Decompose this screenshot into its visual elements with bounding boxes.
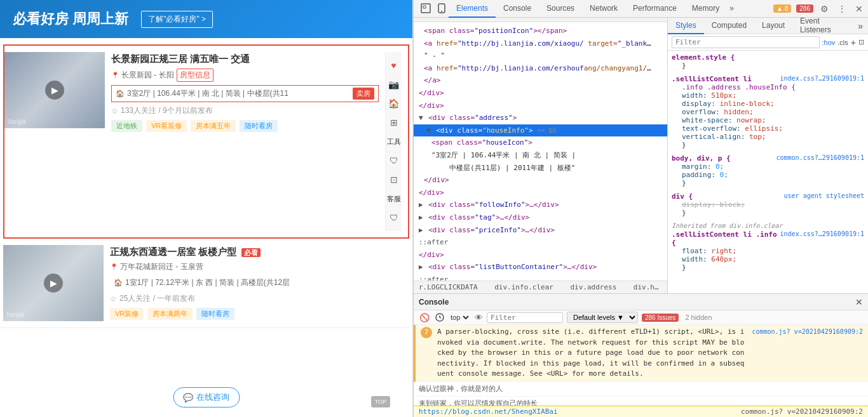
close-devtools-icon[interactable]: ✕ — [853, 4, 865, 14]
house-list: lianjia ▶ 长景新园正规三居 满五唯一 交通 📍 长景新园 - 长阳 房… — [0, 38, 412, 334]
tree-line[interactable]: <a href="http://bj.lianjia.com/xiaogu/ t… — [414, 37, 655, 50]
console-bottom-source[interactable]: common.js? v=20210429160909:2 — [741, 407, 863, 416]
style-prop-display: display: inline-block; — [682, 100, 864, 108]
style-source-2[interactable]: common.css?…291609019:1 — [776, 154, 864, 161]
tag-2year[interactable]: 房本满两年 — [147, 308, 193, 320]
home-icon: 🏠 — [116, 89, 125, 98]
tree-line[interactable]: </div> — [414, 187, 667, 199]
tree-line[interactable]: ▶ <div class="priceInfo">…</div> — [414, 224, 667, 237]
tab-more[interactable]: » — [727, 0, 736, 18]
play-button2[interactable]: ▶ — [44, 274, 63, 293]
console-output[interactable]: 7 A parser-blocking, cross site (i.e. di… — [414, 325, 868, 406]
watermark: lianjia — [8, 117, 25, 125]
console-clear-button[interactable]: 🚫 — [417, 312, 431, 323]
console-msg-source[interactable]: common.js? v=20210429160909:2 — [752, 327, 863, 380]
console-hidden-text: 2 hidden — [685, 314, 712, 321]
house-item-2[interactable]: lianjia ▶ 正规东西通透一居室 板楼户型 必看 📍 万年花城新回迁 - … — [0, 239, 412, 328]
tag-vr[interactable]: VR看装修 — [146, 120, 187, 132]
styles-content: element.style { } index.css?…291609019:1… — [668, 51, 868, 293]
tree-line[interactable]: ▶ <div class="listButtonContainer">…</di… — [414, 261, 667, 274]
tab-styles[interactable]: Styles — [668, 18, 704, 34]
expand-icon[interactable]: ⊡ — [387, 173, 401, 187]
breadcrumb-item[interactable]: div.info.clear — [494, 283, 553, 291]
tree-line[interactable]: " - " — [414, 50, 667, 62]
console-context-select[interactable]: top — [448, 313, 471, 322]
styles-add-button[interactable]: + — [851, 37, 856, 48]
console-eye-icon[interactable]: 👁 — [475, 313, 483, 322]
tag-subway[interactable]: 近地铁 — [111, 120, 142, 132]
favorite-icon[interactable]: ♥ — [387, 58, 401, 72]
tab-elements[interactable]: Elements — [449, 0, 496, 18]
tree-line[interactable]: </div> — [414, 87, 667, 100]
tree-line[interactable]: <span class="positionIcon"></span> — [414, 25, 667, 37]
style-selector-row2: common.css?…291609019:1 body, div, p { — [672, 154, 864, 162]
settings-icon[interactable]: ⚙ — [818, 4, 831, 14]
styles-hov-button[interactable]: :hov — [822, 39, 836, 46]
house-info-1: 长景新园正规三居 满五唯一 交通 📍 长景新园 - 长阳 房型信息 🏠 3室2厅… — [105, 52, 385, 231]
tag-vr2[interactable]: VR装修 — [110, 308, 144, 320]
devtools-tab-icons: ▲ 8 286 ⚙ ⋮ ✕ — [773, 4, 865, 14]
breadcrumb-bar[interactable]: r.LOGCLICKDATA div.info.clear div.addres… — [414, 281, 667, 293]
tree-line[interactable]: ▼ <div class="address"> — [414, 112, 667, 124]
tree-line[interactable]: "3室2厅 | 106.44平米 | 南 北 | 简装 | — [414, 149, 655, 162]
tab-computed[interactable]: Computed — [704, 18, 754, 34]
shield2-icon[interactable]: 🛡 — [387, 211, 401, 225]
styles-cls-button[interactable]: .cls — [837, 39, 848, 46]
tree-line[interactable]: </div> — [414, 100, 667, 112]
breadcrumb-item[interactable]: r.LOGCLICKDATA — [419, 283, 478, 291]
style-selector-2: body, div, p { — [672, 154, 731, 162]
house-item-1[interactable]: lianjia ▶ 长景新园正规三居 满五唯一 交通 📍 长景新园 - 长阳 房… — [3, 44, 409, 239]
banner-button[interactable]: 了解"必看好房" > — [141, 11, 213, 28]
tree-line[interactable]: ▶ <div class="followInfo">…</div> — [414, 199, 667, 211]
tab-inspect-icon[interactable] — [417, 0, 435, 18]
tree-line[interactable]: </div> — [414, 249, 667, 261]
grid-icon[interactable]: ⊞ — [387, 116, 401, 129]
style-selector: .sellListContent li — [672, 75, 752, 83]
tree-line-highlighted[interactable]: → ▼ <div class="houseInfo"> == $0 — [414, 124, 667, 137]
tab-layout[interactable]: Layout — [754, 18, 792, 34]
console-issues-badge[interactable]: 286 Issues — [642, 314, 679, 322]
tree-line[interactable]: ▶ <div class="tag">…</div> — [414, 211, 667, 224]
warning-badge[interactable]: ▲ 8 — [773, 4, 791, 13]
home2-icon[interactable]: 🏠 — [387, 96, 401, 110]
styles-tab-more[interactable]: » — [853, 18, 868, 34]
tab-performance[interactable]: Performance — [625, 0, 684, 18]
style-source-3[interactable]: index.css?…291609019:1 — [780, 230, 864, 237]
online-chat-button[interactable]: 💬 在线咨询 — [173, 387, 240, 407]
styles-filter-input[interactable] — [672, 36, 820, 48]
tree-line[interactable]: <span class="houseIcon"> — [414, 136, 667, 149]
elements-tree[interactable]: <span class="positionIcon"></span> <a hr… — [414, 22, 667, 281]
console-level-select[interactable]: Default levels ▼ — [567, 312, 638, 323]
tool-icon[interactable]: 工具 — [387, 135, 401, 149]
breadcrumb-item[interactable]: div.address — [570, 283, 616, 291]
tag-5year[interactable]: 房本满五年 — [191, 120, 236, 132]
tree-line[interactable]: ::after — [414, 236, 667, 249]
style-source[interactable]: index.css?…291609019:1 — [780, 75, 864, 82]
tag-visit2[interactable]: 随时看房 — [196, 308, 234, 320]
tab-console[interactable]: Console — [496, 0, 539, 18]
tab-mobile-icon[interactable] — [435, 0, 449, 18]
tree-line[interactable]: <a href="http://bj.lianjia.com/ershoufan… — [414, 62, 655, 75]
console-filter-input[interactable] — [487, 312, 563, 323]
play-button[interactable]: ▶ — [45, 81, 64, 100]
console-close-button[interactable]: ✕ — [855, 297, 863, 307]
tree-line[interactable]: </a> — [414, 74, 667, 87]
shield-icon[interactable]: 🛡 — [387, 154, 401, 168]
tree-line[interactable]: ::after — [414, 274, 667, 281]
styles-expand-button[interactable]: ⊡ — [858, 38, 864, 46]
top-button[interactable]: TOP — [371, 396, 390, 407]
breadcrumb-item[interactable]: div.houseInfo — [634, 283, 667, 291]
tab-sources[interactable]: Sources — [539, 0, 582, 18]
tree-line[interactable]: 中楼层(共11层) | 2011年建 | 板楼" — [414, 162, 667, 175]
tab-event-listeners[interactable]: Event Listeners — [792, 18, 853, 34]
tab-network[interactable]: Network — [582, 0, 625, 18]
console-bottom-link[interactable]: https://blog.csdn.net/ShengXIABai — [419, 407, 558, 416]
console-toolbar: 🚫 top 👁 Default levels ▼ 286 Issues 2 hi… — [414, 310, 868, 325]
error-badge[interactable]: 286 — [796, 4, 813, 13]
service-icon[interactable]: 客服 — [387, 192, 401, 206]
tab-memory[interactable]: Memory — [684, 0, 727, 18]
camera-icon[interactable]: 📷 — [387, 77, 401, 91]
more-options-icon[interactable]: ⋮ — [836, 4, 848, 14]
tag-visit[interactable]: 随时看房 — [240, 120, 278, 132]
tree-line[interactable]: </div> — [414, 174, 667, 187]
